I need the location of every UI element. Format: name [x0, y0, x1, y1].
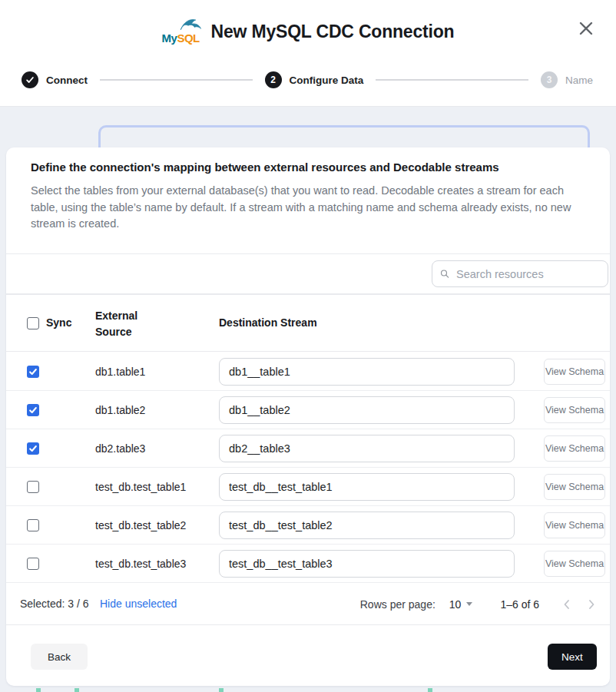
table-row: db1.table2 View Schema — [6, 391, 610, 429]
search-icon — [440, 267, 449, 280]
modal-header: MySQL New MySQL CDC Connection Connect 2… — [0, 0, 616, 107]
stepper-step-name: 3 Name — [541, 71, 593, 88]
stepper: Connect 2 Configure Data 3 Name — [22, 71, 593, 89]
pagination-controls: Rows per page: 10 1–6 of 6 — [360, 583, 604, 625]
row-sync-checkbox[interactable] — [27, 481, 39, 493]
search-resources-box — [432, 260, 608, 287]
hide-unselected-link[interactable]: Hide unselected — [100, 598, 177, 610]
view-schema-button[interactable]: View Schema — [544, 359, 605, 385]
row-sync-checkbox[interactable] — [27, 519, 39, 531]
table-row: db2.table3 View Schema — [6, 429, 610, 468]
destination-stream-input[interactable] — [219, 435, 515, 462]
mysql-logo-text: MySQL — [162, 31, 200, 45]
external-source-label: db1.table1 — [95, 366, 145, 378]
table-row: test_db.test_table1 View Schema — [6, 468, 610, 506]
column-header-destination-stream: Destination Stream — [219, 316, 317, 329]
destination-stream-input[interactable] — [219, 473, 515, 501]
page-range: 1–6 of 6 — [500, 598, 539, 611]
mysql-logo-sql: SQL — [177, 31, 199, 45]
table-row: test_db.test_table2 View Schema — [6, 506, 610, 545]
view-schema-button[interactable]: View Schema — [544, 512, 605, 538]
view-schema-button[interactable]: View Schema — [544, 397, 605, 423]
external-source-label: test_db.test_table3 — [95, 558, 186, 570]
column-header-sync: Sync — [46, 316, 71, 329]
select-all-checkbox[interactable] — [27, 317, 39, 329]
rows-per-page-value: 10 — [449, 598, 462, 611]
background-page-peek — [428, 688, 432, 692]
row-sync-checkbox[interactable] — [27, 366, 39, 378]
destination-stream-input[interactable] — [219, 550, 515, 578]
background-page-peek — [36, 688, 41, 692]
mysql-logo: MySQL — [162, 17, 204, 46]
view-schema-button[interactable]: View Schema — [544, 551, 605, 577]
search-input[interactable] — [456, 268, 600, 280]
background-page-peek — [219, 688, 224, 692]
step-number-2: 2 — [265, 71, 282, 88]
selected-count: Selected: 3 / 6 — [20, 598, 89, 610]
table-row: db1.table1 View Schema — [6, 353, 610, 391]
view-schema-button[interactable]: View Schema — [544, 474, 605, 500]
external-source-label: test_db.test_table1 — [95, 481, 186, 493]
back-button[interactable]: Back — [31, 644, 88, 670]
stepper-connector — [100, 79, 253, 81]
row-sync-checkbox[interactable] — [27, 404, 39, 416]
external-source-label: db1.table2 — [95, 404, 145, 416]
row-sync-checkbox[interactable] — [27, 442, 39, 455]
external-source-label: db2.table3 — [95, 442, 145, 455]
rows-per-page-label: Rows per page: — [360, 598, 436, 611]
step-label-name: Name — [565, 74, 593, 86]
step-label-connect: Connect — [46, 74, 88, 86]
divider — [6, 253, 610, 254]
mapping-description: Select the tables from your external dat… — [31, 183, 585, 233]
step-label-configure-data: Configure Data — [290, 74, 364, 86]
step-number-3: 3 — [541, 71, 558, 88]
modal-title: New MySQL CDC Connection — [211, 22, 455, 42]
mysql-logo-my: My — [162, 31, 177, 45]
step-complete-check-icon — [22, 71, 38, 88]
mysql-dolphin-icon — [179, 17, 202, 32]
mysql-cdc-connection-modal: MySQL New MySQL CDC Connection Connect 2… — [0, 0, 616, 692]
table-row: test_db.test_table3 View Schema — [6, 545, 610, 583]
destination-stream-input[interactable] — [219, 512, 515, 539]
stepper-step-connect[interactable]: Connect — [22, 71, 88, 88]
background-page-peek — [75, 688, 79, 692]
table-footer: Selected: 3 / 6 Hide unselected Rows per… — [6, 583, 610, 625]
column-header-external-source: External Source — [95, 308, 154, 340]
mapping-heading: Define the connection's mapping between … — [31, 161, 499, 174]
next-page-icon[interactable] — [579, 592, 604, 617]
chevron-down-icon — [466, 602, 472, 606]
rows-per-page-select[interactable]: 10 — [449, 598, 473, 611]
configure-data-panel: Define the connection's mapping between … — [6, 147, 610, 686]
previous-page-icon[interactable] — [555, 592, 579, 617]
destination-stream-input[interactable] — [219, 358, 515, 386]
view-schema-button[interactable]: View Schema — [544, 435, 605, 462]
close-icon[interactable] — [576, 18, 596, 38]
table-body: db1.table1 View Schema db1.table2 View S… — [6, 353, 610, 583]
external-source-label: test_db.test_table2 — [95, 519, 186, 531]
stepper-connector — [376, 79, 528, 81]
next-button[interactable]: Next — [548, 644, 597, 670]
destination-stream-input[interactable] — [219, 396, 515, 424]
row-sync-checkbox[interactable] — [27, 558, 39, 570]
stepper-step-configure-data[interactable]: 2 Configure Data — [265, 71, 364, 88]
modal-title-row: MySQL New MySQL CDC Connection — [0, 14, 616, 49]
table-header: Sync External Source Destination Stream — [6, 294, 610, 352]
